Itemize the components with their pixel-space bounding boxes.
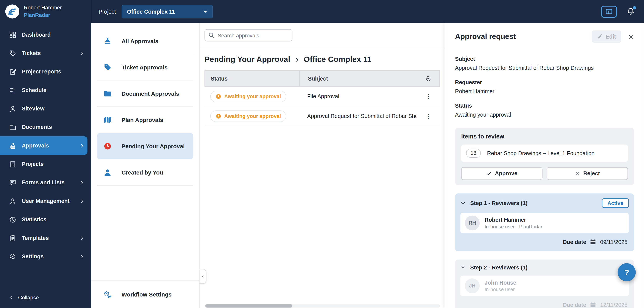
subnav-item-created-by-you[interactable]: Created by You (97, 159, 193, 186)
reviewer-meta: In-house user (485, 286, 516, 292)
clock-icon (216, 94, 221, 99)
sidebar-item-label: Statistics (22, 216, 84, 222)
document-approvals-icon (104, 89, 112, 98)
workflow-step-2: Step 2 - Reviewers (1) JH John House In-… (455, 260, 634, 308)
subnav-item-document-approvals[interactable]: Document Approvals (97, 80, 193, 107)
review-item[interactable]: 18 Rebar Shop Drawings – Level 1 Foundat… (461, 144, 628, 162)
sidebar-item-settings[interactable]: Settings (0, 247, 91, 266)
app-root: Robert Hammer PlanRadar Dashboard Ticket… (0, 0, 644, 308)
sidebar-item-approvals[interactable]: Approvals (0, 136, 88, 155)
chevron-down-icon (203, 10, 207, 13)
sidebar-item-label: Documents (22, 124, 84, 130)
sidebar-item-forms-and-lists[interactable]: Forms and Lists (0, 173, 91, 192)
subnav-item-label: Ticket Approvals (122, 64, 168, 70)
sidebar-item-tickets[interactable]: Tickets (0, 44, 91, 62)
field-value-subject: Approval Request for Submittal of Rebar … (455, 65, 634, 71)
all-approvals-icon (104, 37, 112, 45)
project-selector[interactable]: Office Complex 11 (122, 5, 213, 18)
subnav-item-label: Plan Approvals (122, 116, 163, 123)
chevron-right-icon (80, 143, 84, 148)
field-value-status: Awaiting your approval (455, 112, 634, 118)
row-menu-icon[interactable]: ⋮ (417, 93, 440, 100)
scrollbar-thumb[interactable] (206, 304, 292, 308)
help-button[interactable]: ? (618, 263, 636, 281)
table-row[interactable]: Awaiting your approval Approval Request … (204, 106, 440, 126)
collapse-panel-handle[interactable] (200, 269, 206, 284)
breadcrumb-parent[interactable]: Pending Your Approval (204, 55, 290, 64)
row-menu-icon[interactable]: ⋮ (417, 112, 440, 120)
chevron-right-icon (80, 254, 84, 259)
user-name: Robert Hammer (24, 4, 62, 12)
due-date-label: Due date (563, 302, 586, 308)
check-icon (486, 171, 492, 176)
search-input[interactable] (204, 29, 292, 42)
sidebar-item-user-management[interactable]: User Management (0, 192, 91, 210)
approvals-icon (9, 142, 16, 150)
project-reports-icon (9, 68, 16, 75)
panel-title: Approval request (455, 32, 592, 41)
step-1-header[interactable]: Step 1 - Reviewers (1) Active (460, 198, 629, 208)
item-label: Rebar Shop Drawings – Level 1 Foundation (487, 150, 594, 156)
sidebar-nav: Dashboard Tickets Project reports Schedu… (0, 26, 91, 266)
sidebar-item-siteview[interactable]: SiteView (0, 99, 91, 118)
sidebar-item-label: Templates (22, 235, 74, 241)
breadcrumb-current: Office Complex 11 (304, 55, 372, 64)
sidebar-item-label: Settings (22, 253, 74, 260)
subnav-item-pending-your-approval[interactable]: Pending Your Approval (97, 133, 193, 159)
edit-button[interactable]: Edit (592, 30, 621, 42)
table-settings-button[interactable] (416, 75, 439, 82)
statistics-icon (9, 216, 16, 223)
company-name: PlanRadar (24, 12, 62, 18)
notifications-button[interactable] (627, 8, 635, 16)
subnav-item-plan-approvals[interactable]: Plan Approvals (97, 107, 193, 133)
approve-button[interactable]: Approve (461, 167, 542, 180)
table-row[interactable]: Awaiting your approval File Approval ⋮ (204, 87, 440, 106)
approve-button-label: Approve (495, 170, 518, 177)
column-header-status: Status (205, 75, 299, 82)
chevron-right-icon (80, 236, 84, 240)
dashboard-icon (9, 31, 16, 38)
due-date-value: 12/11/2025 (600, 302, 628, 308)
project-selector-value: Office Complex 11 (127, 8, 175, 14)
workflow-settings-icon (104, 290, 112, 298)
field-label-status: Status (455, 102, 634, 109)
workflow-settings-button[interactable]: Workflow Settings (91, 280, 199, 308)
table-header-row: Status Subject (204, 70, 440, 87)
gear-icon (424, 75, 431, 82)
sidebar-item-templates[interactable]: Templates (0, 229, 91, 247)
chevron-right-icon (294, 56, 300, 62)
subnav-item-ticket-approvals[interactable]: Ticket Approvals (97, 54, 193, 80)
close-button[interactable] (628, 34, 634, 40)
whiteboard-button[interactable] (601, 6, 617, 18)
horizontal-scrollbar (204, 304, 440, 308)
reviewer-card: JH John House In-house user (460, 276, 629, 296)
sidebar-item-projects[interactable]: Projects (0, 155, 91, 173)
sidebar-item-statistics[interactable]: Statistics (0, 210, 91, 228)
workflow-step-1: Step 1 - Reviewers (1) Active RH Robert … (455, 194, 634, 252)
chevron-right-icon (80, 180, 84, 185)
chevron-down-icon (460, 200, 466, 206)
field-label-subject: Subject (455, 56, 634, 62)
step-2-header[interactable]: Step 2 - Reviewers (1) (460, 264, 629, 270)
subnav-item-all-approvals[interactable]: All Approvals (97, 28, 193, 54)
user-management-icon (9, 197, 16, 205)
close-icon (628, 34, 634, 40)
sidebar-item-label: User Management (22, 198, 74, 204)
reviewer-card: RH Robert Hammer In-house user - PlanRad… (460, 213, 629, 233)
sidebar-item-dashboard[interactable]: Dashboard (0, 26, 91, 44)
chevron-right-icon (80, 198, 84, 204)
subnav-item-label: Pending Your Approval (122, 143, 185, 149)
sidebar-item-documents[interactable]: Documents (0, 118, 91, 136)
table-body: Awaiting your approval File Approval ⋮ A… (204, 87, 440, 126)
reject-button[interactable]: Reject (546, 167, 628, 180)
avatar: RH (465, 216, 480, 230)
row-subject: File Approval (299, 93, 417, 99)
sidebar-item-schedule[interactable]: Schedule (0, 81, 91, 99)
search-icon (208, 32, 215, 38)
sidebar-item-project-reports[interactable]: Project reports (0, 62, 91, 81)
reviewer-meta: In-house user - PlanRadar (485, 224, 542, 229)
sidebar: Robert Hammer PlanRadar Dashboard Ticket… (0, 0, 91, 308)
item-number-badge: 18 (466, 149, 481, 158)
sidebar-collapse-button[interactable]: Collapse (0, 287, 91, 308)
x-icon (574, 171, 580, 176)
